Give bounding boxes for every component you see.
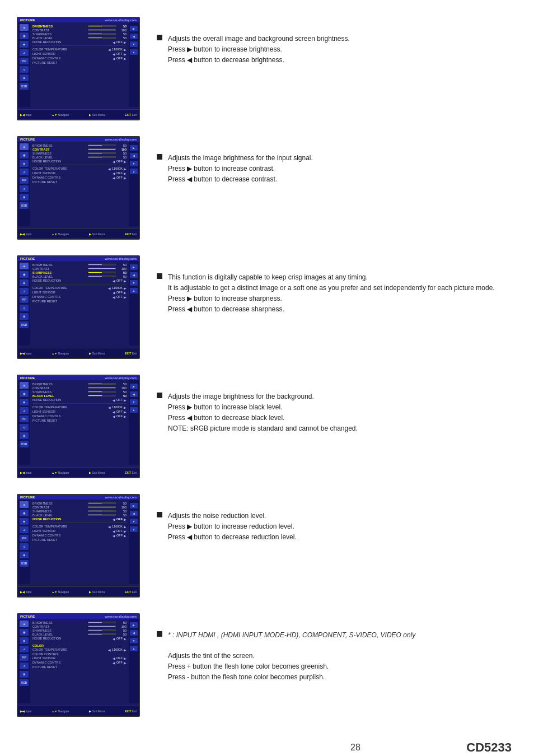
page-container: PICTUREwww.nec-display.com■◉◈⊿PiP◁⊞OSD B… — [0, 0, 534, 756]
feature-desc-noise-reduction: Adjusts the noise reduction level.Press … — [157, 494, 517, 548]
feature-bullet-black-level: Adjusts the image brightness for the bac… — [157, 391, 517, 434]
desc-line-noise-reduction-1: Press ▶ button to increase reduction lev… — [168, 521, 297, 531]
bullet-square-brightness — [157, 35, 162, 40]
model-number: CD5233 — [466, 740, 512, 755]
desc-line-sharpness-1: It is adjustable to get a distinct image… — [168, 283, 495, 293]
feature-row-sharpness: PICTUREwww.nec-display.com■◉◈⊿PiP◁⊞OSD B… — [17, 255, 517, 359]
desc-line-sharpness-2: Press ▶ button to increase sharpness. — [168, 293, 495, 304]
star-note-color-tint: * : INPUT HDMI , (HDMI INPUT MODE-HD), C… — [168, 630, 415, 640]
feature-bullet-sharpness: This function is digitally capable to ke… — [157, 272, 517, 315]
features-container: PICTUREwww.nec-display.com■◉◈⊿PiP◁⊞OSD B… — [17, 17, 517, 717]
bullet-square-color-tint — [157, 631, 162, 637]
feature-text-sharpness: This function is digitally capable to ke… — [168, 272, 495, 315]
osd-screen-noise-reduction: PICTUREwww.nec-display.com■◉◈⊿PiP◁⊞OSD B… — [17, 494, 140, 598]
desc-line-noise-reduction-0: Adjusts the noise reduction level. — [168, 511, 297, 521]
monitor-container-contrast: PICTUREwww.nec-display.com■◉◈⊿PiP◁⊞OSD B… — [17, 136, 146, 240]
desc-line-black-level-3: NOTE: sRGB picture mode is standard and … — [168, 423, 358, 433]
feature-text-brightness: Adjusts the overall image and background… — [168, 34, 350, 66]
feature-text-black-level: Adjusts the image brightness for the bac… — [168, 391, 358, 434]
feature-bullet-color-tint: * : INPUT HDMI , (HDMI INPUT MODE-HD), C… — [157, 630, 517, 683]
desc-line-contrast-2: Press ◀ button to decrease contrast. — [168, 174, 313, 184]
feature-row-brightness: PICTUREwww.nec-display.com■◉◈⊿PiP◁⊞OSD B… — [17, 17, 517, 120]
desc-line-contrast-0: Adjusts the image brightness for the inp… — [168, 153, 313, 163]
desc-line-color-tint-4: Press - button the flesh tone color beco… — [168, 672, 415, 682]
feature-desc-color-tint: * : INPUT HDMI , (HDMI INPUT MODE-HD), C… — [157, 613, 517, 688]
desc-line-black-level-0: Adjusts the image brightness for the bac… — [168, 391, 358, 402]
monitor-container-color-tint: PICTUREwww.nec-display.com■◉◈⊿PiP◁⊞OSD B… — [17, 613, 146, 717]
feature-bullet-contrast: Adjusts the image brightness for the inp… — [157, 153, 517, 185]
feature-row-black-level: PICTUREwww.nec-display.com■◉◈⊿PiP◁⊞OSD B… — [17, 375, 517, 478]
feature-desc-contrast: Adjusts the image brightness for the inp… — [157, 136, 517, 190]
bullet-square-black-level — [157, 393, 162, 398]
bullet-square-noise-reduction — [157, 512, 162, 517]
feature-row-color-tint: PICTUREwww.nec-display.com■◉◈⊿PiP◁⊞OSD B… — [17, 613, 517, 717]
osd-screen-color-tint: PICTUREwww.nec-display.com■◉◈⊿PiP◁⊞OSD B… — [17, 613, 140, 717]
page-number: 28 — [245, 743, 467, 753]
feature-bullet-noise-reduction: Adjusts the noise reduction level.Press … — [157, 511, 517, 543]
page-footer: 28 CD5233 — [0, 740, 534, 755]
feature-desc-black-level: Adjusts the image brightness for the bac… — [157, 375, 517, 440]
bullet-square-contrast — [157, 154, 162, 160]
monitor-container-noise-reduction: PICTUREwww.nec-display.com■◉◈⊿PiP◁⊞OSD B… — [17, 494, 146, 598]
desc-line-sharpness-3: Press ◀ button to decrease sharpness. — [168, 304, 495, 314]
osd-screen-contrast: PICTUREwww.nec-display.com■◉◈⊿PiP◁⊞OSD B… — [17, 136, 140, 240]
desc-line-contrast-1: Press ▶ button to increase contrast. — [168, 164, 313, 174]
monitor-container-sharpness: PICTUREwww.nec-display.com■◉◈⊿PiP◁⊞OSD B… — [17, 255, 146, 359]
osd-screen-sharpness: PICTUREwww.nec-display.com■◉◈⊿PiP◁⊞OSD B… — [17, 255, 140, 359]
feature-desc-brightness: Adjusts the overall image and background… — [157, 17, 517, 71]
desc-line-brightness-0: Adjusts the overall image and background… — [168, 34, 350, 44]
desc-line-black-level-2: Press ◀ button to decrease black level. — [168, 413, 358, 423]
feature-row-noise-reduction: PICTUREwww.nec-display.com■◉◈⊿PiP◁⊞OSD B… — [17, 494, 517, 598]
osd-screen-brightness: PICTUREwww.nec-display.com■◉◈⊿PiP◁⊞OSD B… — [17, 17, 140, 120]
desc-line-brightness-1: Press ▶ button to increase brightness. — [168, 44, 350, 54]
desc-line-noise-reduction-2: Press ◀ button to decrease reduction lev… — [168, 532, 297, 542]
feature-text-noise-reduction: Adjusts the noise reduction level.Press … — [168, 511, 297, 543]
feature-desc-sharpness: This function is digitally capable to ke… — [157, 255, 517, 320]
feature-text-color-tint: * : INPUT HDMI , (HDMI INPUT MODE-HD), C… — [168, 630, 415, 683]
feature-text-contrast: Adjusts the image brightness for the inp… — [168, 153, 313, 185]
feature-bullet-brightness: Adjusts the overall image and background… — [157, 34, 517, 66]
desc-line-black-level-1: Press ▶ button to increase black level. — [168, 402, 358, 412]
feature-row-contrast: PICTUREwww.nec-display.com■◉◈⊿PiP◁⊞OSD B… — [17, 136, 517, 240]
monitor-container-black-level: PICTUREwww.nec-display.com■◉◈⊿PiP◁⊞OSD B… — [17, 375, 146, 478]
monitor-container-brightness: PICTUREwww.nec-display.com■◉◈⊿PiP◁⊞OSD B… — [17, 17, 146, 120]
desc-line-sharpness-0: This function is digitally capable to ke… — [168, 272, 495, 282]
osd-screen-black-level: PICTUREwww.nec-display.com■◉◈⊿PiP◁⊞OSD B… — [17, 375, 140, 478]
desc-line-brightness-2: Press ◀ button to decrease brightness. — [168, 55, 350, 65]
desc-line-color-tint-2: Adjusts the tint of the screen. — [168, 651, 415, 661]
desc-line-color-tint-3: Press + button the flesh tone color beco… — [168, 661, 415, 671]
bullet-square-sharpness — [157, 273, 162, 279]
